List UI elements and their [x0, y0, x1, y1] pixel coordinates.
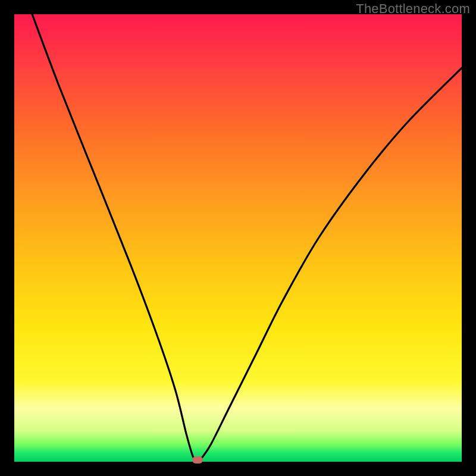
plot-area: [14, 14, 462, 462]
optimal-point-marker: [192, 456, 203, 464]
bottleneck-curve: [14, 14, 462, 462]
chart-frame: TheBottleneck.com: [0, 0, 476, 476]
